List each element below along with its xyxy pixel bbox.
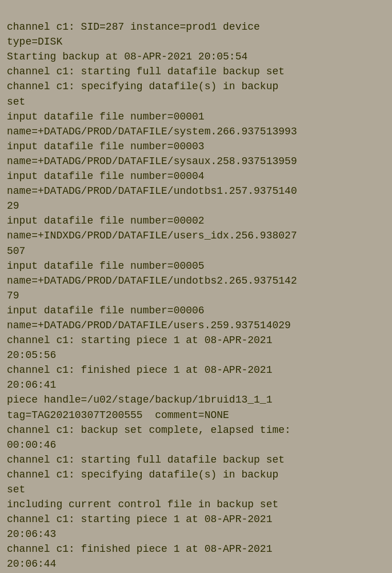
terminal-line: input datafile file number=00005 [7, 258, 385, 273]
terminal-line: input datafile file number=00004 [7, 169, 385, 184]
terminal-line: channel c1: specifying datafile(s) in ba… [7, 79, 385, 94]
terminal-line: set [7, 94, 385, 109]
terminal-line: 29 [7, 198, 385, 213]
terminal-line: 00:00:46 [7, 437, 385, 452]
terminal-line: channel c1: starting piece 1 at 08-APR-2… [7, 333, 385, 348]
terminal-line: name=+DATADG/PROD/DATAFILE/undotbs2.265.… [7, 273, 385, 288]
terminal-line: channel c1: starting full datafile backu… [7, 452, 385, 467]
terminal-line: name=+INDXDG/PROD/DATAFILE/users_idx.256… [7, 228, 385, 243]
terminal-line: 79 [7, 288, 385, 303]
terminal-line: 20:06:41 [7, 377, 385, 392]
terminal-line: name=+DATADG/PROD/DATAFILE/users.259.937… [7, 318, 385, 333]
terminal-line: channel c1: starting piece 1 at 08-APR-2… [7, 512, 385, 527]
terminal-line: 20:05:56 [7, 348, 385, 363]
terminal-line: Starting backup at 08-APR-2021 20:05:54 [7, 49, 385, 64]
terminal-line: tag=TAG20210307T200555 comment=NONE [7, 408, 385, 423]
terminal-line: name=+DATADG/PROD/DATAFILE/system.266.93… [7, 124, 385, 139]
terminal-line: input datafile file number=00001 [7, 109, 385, 124]
terminal-line: including current control file in backup… [7, 497, 385, 512]
terminal-line: input datafile file number=00006 [7, 303, 385, 318]
terminal-line: 507 [7, 244, 385, 258]
terminal-line: input datafile file number=00002 [7, 213, 385, 228]
terminal-line: name=+DATADG/PROD/DATAFILE/undotbs1.257.… [7, 184, 385, 198]
terminal-line: channel c1: backup set complete, elapsed… [7, 423, 385, 437]
terminal-line: channel c1: SID=287 instance=prod1 devic… [7, 19, 385, 34]
terminal-line: type=DISK [7, 34, 385, 49]
terminal-line: name=+DATADG/PROD/DATAFILE/sysaux.258.93… [7, 154, 385, 169]
terminal-line: 20:06:44 [7, 556, 385, 571]
terminal-line: set [7, 482, 385, 497]
terminal-line: input datafile file number=00003 [7, 139, 385, 154]
terminal-line: channel c1: starting full datafile backu… [7, 64, 385, 79]
terminal-output: channel c1: SID=287 instance=prod1 devic… [0, 0, 392, 573]
terminal-line: channel c1: finished piece 1 at 08-APR-2… [7, 542, 385, 556]
terminal-line: piece handle=/u02/stage/backup/1bruid13_… [7, 392, 385, 407]
terminal-line: channel c1: specifying datafile(s) in ba… [7, 467, 385, 482]
terminal-line: channel c1: finished piece 1 at 08-APR-2… [7, 363, 385, 377]
terminal-line: 20:06:43 [7, 527, 385, 542]
